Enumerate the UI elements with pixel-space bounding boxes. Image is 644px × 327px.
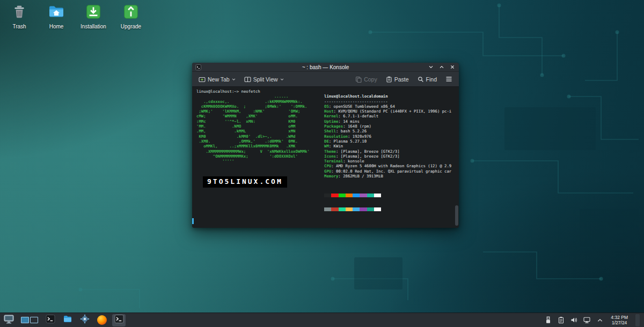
installation-icon	[85, 4, 101, 20]
scroll-position-indicator	[192, 218, 194, 224]
close-button[interactable]	[449, 64, 455, 70]
neofetch-art-column: ...... .,cdxxxoc,. .:kKMMMNWMMMNk:. cKMM…	[196, 94, 324, 187]
palette-swatch	[367, 194, 374, 197]
palette-swatch	[331, 207, 338, 211]
maximize-button[interactable]	[438, 64, 444, 70]
neofetch-info-column: linux@localhost.localdomain ------------…	[324, 94, 451, 221]
dolphin-icon	[63, 314, 72, 326]
task-terminal[interactable]	[43, 314, 57, 326]
neofetch-entry: Packages: 1648 (rpm)	[324, 124, 451, 129]
palette-swatch	[353, 194, 360, 197]
pager-desktop-2[interactable]	[30, 317, 38, 323]
digital-clock[interactable]: 4:32 PM 1/27/24	[611, 315, 628, 325]
neofetch-entry: Uptime: 14 mins	[324, 119, 451, 124]
palette-swatch	[374, 194, 381, 197]
clock-time: 4:32 PM	[611, 315, 628, 320]
neofetch-output: ...... .,cdxxxoc,. .:kKMMMNWMMMNk:. cKMM…	[196, 94, 455, 221]
desktop-icon-installation[interactable]: Installation	[76, 4, 111, 29]
launcher-icon	[4, 315, 14, 326]
search-icon	[418, 76, 424, 83]
palette-swatch	[346, 207, 353, 211]
find-label: Find	[426, 76, 437, 83]
task-firefox[interactable]	[95, 314, 108, 326]
palette-swatch	[360, 194, 367, 197]
task-dolphin[interactable]	[61, 314, 74, 326]
watermark-badge: 9TO5LINUX.COM	[203, 176, 287, 187]
taskbar: 4:32 PM 1/27/24	[0, 313, 644, 327]
palette-row-1	[324, 194, 381, 197]
terminal-scrollbar[interactable]	[455, 88, 458, 227]
palette-swatch	[346, 194, 353, 197]
hamburger-icon	[445, 76, 452, 82]
hamburger-menu-button[interactable]	[442, 74, 456, 84]
paste-button[interactable]: Paste	[383, 74, 412, 85]
split-view-label: Split View	[253, 76, 278, 83]
split-view-button[interactable]: Split View	[241, 74, 287, 85]
neofetch-entries: OS: openSUSE Tumbleweed x86_64Host: KVM/…	[324, 104, 451, 179]
konsole-window: ~ : bash — Konsole New Tab Split View	[192, 63, 459, 228]
copy-label: Copy	[364, 76, 377, 83]
desktop-icon-label: Trash	[2, 24, 37, 29]
neofetch-entry: GPU: 00:02.0 Red Hat, Inc. QXL paravirtu…	[324, 169, 451, 174]
terminal-area[interactable]: linux@localhost:~> neofetch ...... .,cdx…	[192, 87, 459, 228]
virtual-desktop-pager[interactable]	[19, 314, 40, 326]
neofetch-entry: Terminal: konsole	[324, 159, 451, 164]
desktop-icon-home[interactable]: Home	[39, 4, 74, 29]
chevron-down-icon	[280, 78, 284, 81]
neofetch-separator: ---------------------------	[324, 99, 451, 104]
window-titlebar[interactable]: ~ : bash — Konsole	[192, 63, 459, 72]
trash-icon	[11, 4, 27, 20]
neofetch-entry: CPU: AMD Ryzen 5 4600H with Radeon Graph…	[324, 164, 451, 168]
neofetch-title: linux@localhost.localdomain	[324, 94, 451, 99]
palette-swatch	[339, 207, 346, 211]
palette-swatch	[331, 194, 338, 197]
volume-icon[interactable]	[570, 315, 578, 325]
neofetch-entry: DE: Plasma 5.27.10	[324, 139, 451, 144]
desktop-icon-label: Upgrade	[113, 24, 149, 29]
palette-row-2	[324, 207, 381, 211]
clock-date: 1/27/24	[612, 320, 627, 325]
firefox-icon	[97, 315, 107, 325]
konsole-app-icon	[195, 64, 201, 70]
app-launcher-button[interactable]	[2, 314, 16, 326]
gear-icon	[80, 314, 90, 326]
desktop-icon-label: Home	[39, 24, 74, 29]
system-tray: 4:32 PM 1/27/24	[544, 314, 642, 326]
new-tab-button[interactable]: New Tab	[195, 74, 239, 85]
new-tab-label: New Tab	[208, 76, 230, 83]
pager-desktop-1[interactable]	[21, 317, 29, 323]
konsole-icon	[114, 314, 124, 326]
neofetch-entry: WM: KWin	[324, 144, 451, 148]
minimize-button[interactable]	[428, 64, 434, 70]
palette-swatch	[324, 207, 331, 211]
desktop-icon-label: Installation	[76, 24, 111, 29]
copy-button[interactable]: Copy	[352, 74, 380, 85]
home-folder-icon	[48, 4, 64, 20]
desktop-icon-upgrade[interactable]: Upgrade	[113, 4, 149, 29]
show-desktop-edge[interactable]	[635, 314, 640, 326]
find-button[interactable]: Find	[414, 74, 440, 85]
copy-icon	[355, 76, 362, 83]
window-controls	[428, 64, 459, 70]
neofetch-entry: Shell: bash 5.2.26	[324, 129, 451, 133]
clipboard-icon[interactable]	[557, 315, 565, 325]
neofetch-entry: Memory: 2862MiB / 3913MiB	[324, 174, 451, 179]
neofetch-entry: Icons: [Plasma], breeze [GTK2/3]	[324, 154, 451, 159]
desktop-icon-trash[interactable]: Trash	[2, 4, 37, 29]
task-system-settings[interactable]	[78, 314, 91, 326]
neofetch-entry: OS: openSUSE Tumbleweed x86_64	[324, 104, 451, 109]
command-text: neofetch	[241, 89, 260, 94]
split-view-icon	[244, 76, 251, 83]
tray-expander-caret-up-icon[interactable]	[596, 315, 604, 325]
task-konsole-active[interactable]	[112, 314, 126, 326]
palette-swatch	[360, 207, 367, 211]
palette-swatch	[367, 207, 374, 211]
window-title: ~ : bash — Konsole	[192, 64, 459, 70]
neofetch-ascii-art: ...... .,cdxxxoc,. .:kKMMMNWMMMNk:. cKMM…	[196, 94, 324, 164]
neofetch-entry: Resolution: 1920x976	[324, 134, 451, 139]
device-notifier-icon[interactable]	[544, 315, 552, 325]
terminal-app-icon	[46, 314, 55, 326]
neofetch-entry: Theme: [Plasma], Breeze [GTK2/3]	[324, 149, 451, 154]
scrollbar-thumb[interactable]	[455, 205, 458, 226]
display-icon[interactable]	[583, 315, 591, 325]
